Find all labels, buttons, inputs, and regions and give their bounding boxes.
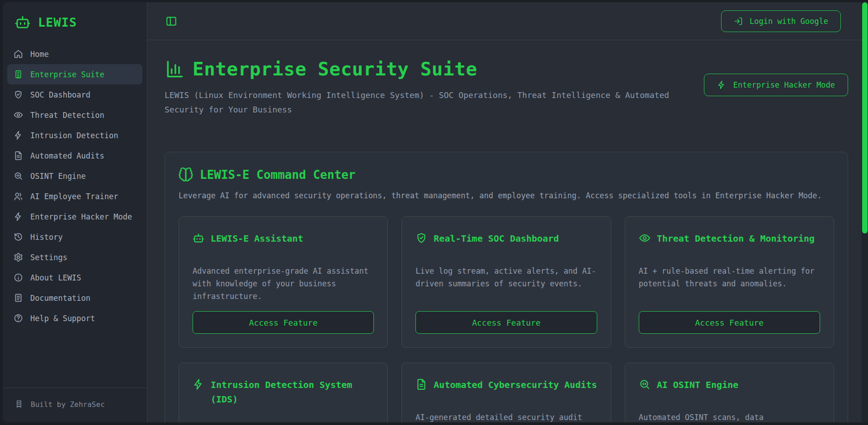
zap-icon bbox=[717, 80, 726, 89]
zap-icon bbox=[14, 131, 23, 140]
sidebar-footer: Built by ZehraSec bbox=[3, 388, 147, 422]
app-window: LEWIS Home Enterprise Suite SOC Dashboar… bbox=[3, 2, 868, 422]
zap-icon bbox=[193, 378, 204, 390]
brain-icon bbox=[179, 168, 193, 182]
page-header: Enterprise Security Suite LEWIS (Linux E… bbox=[165, 58, 848, 117]
feature-description: Live log stream, active alerts, and AI-d… bbox=[415, 265, 597, 290]
sidebar-item-ai-employee-trainer[interactable]: AI Employee Trainer bbox=[3, 186, 147, 206]
sidebar-item-help-support[interactable]: Help & Support bbox=[3, 308, 147, 328]
topbar: Login with Google bbox=[147, 2, 868, 40]
shield-check-icon bbox=[415, 232, 427, 244]
search-code-icon bbox=[639, 378, 651, 390]
sidebar-item-history[interactable]: History bbox=[3, 227, 147, 247]
access-feature-button[interactable]: Access Feature bbox=[193, 311, 374, 334]
content: Enterprise Security Suite LEWIS (Linux E… bbox=[147, 40, 868, 422]
sidebar-item-enterprise-suite[interactable]: Enterprise Suite bbox=[7, 64, 142, 84]
feature-card-automated-audits: Automated Cybersecurity Audits AI-genera… bbox=[401, 363, 611, 422]
file-text-icon bbox=[415, 378, 427, 390]
sidebar-item-soc-dashboard[interactable]: SOC Dashboard bbox=[3, 84, 147, 105]
sidebar-item-documentation[interactable]: Documentation bbox=[3, 288, 147, 308]
bot-icon bbox=[14, 14, 31, 30]
shield-check-icon bbox=[14, 90, 23, 99]
sidebar-item-label: Help & Support bbox=[30, 314, 95, 323]
scrollbar-track[interactable] bbox=[862, 2, 868, 422]
sidebar-item-label: Automated Audits bbox=[30, 151, 104, 160]
sidebar-item-label: Documentation bbox=[30, 294, 90, 303]
feature-description: AI + rule-based real-time alerting for p… bbox=[639, 265, 820, 290]
scrollbar-thumb[interactable] bbox=[862, 2, 868, 234]
feature-description: AI-generated detailed security audit rep… bbox=[415, 411, 597, 422]
feature-card-lewis-e-assistant: LEWIS-E Assistant Advanced enterprise-gr… bbox=[179, 216, 388, 348]
feature-title: Intrusion Detection System (IDS) bbox=[211, 378, 374, 406]
brand-logo: LEWIS bbox=[3, 2, 147, 44]
feature-title: Automated Cybersecurity Audits bbox=[434, 378, 597, 392]
zap-icon bbox=[14, 212, 23, 221]
feature-card-soc-dashboard: Real-Time SOC Dashboard Live log stream,… bbox=[401, 216, 611, 348]
gear-icon bbox=[14, 252, 23, 262]
enterprise-hacker-mode-button[interactable]: Enterprise Hacker Mode bbox=[704, 74, 848, 96]
sidebar-item-label: About LEWIS bbox=[30, 273, 81, 282]
sidebar-item-label: History bbox=[30, 233, 63, 242]
feature-card-ai-osint-engine: AI OSINT Engine Automated OSINT scans, d… bbox=[625, 363, 834, 422]
access-feature-button[interactable]: Access Feature bbox=[415, 311, 597, 334]
feature-description: Advanced enterprise-grade AI assistant w… bbox=[193, 265, 374, 303]
sidebar-item-label: AI Employee Trainer bbox=[30, 192, 118, 201]
sidebar-item-label: SOC Dashboard bbox=[30, 90, 90, 99]
login-button-label: Login with Google bbox=[750, 17, 828, 26]
users-icon bbox=[14, 191, 23, 201]
file-text-icon bbox=[14, 151, 23, 160]
page-title: Enterprise Security Suite bbox=[193, 58, 477, 80]
built-by-label: Built by ZehraSec bbox=[31, 400, 105, 409]
eye-icon bbox=[639, 232, 651, 244]
sidebar-item-intrusion-detection[interactable]: Intrusion Detection bbox=[3, 125, 147, 145]
brand-name: LEWIS bbox=[38, 15, 77, 29]
sidebar-item-label: Enterprise Suite bbox=[30, 70, 104, 79]
help-circle-icon bbox=[14, 313, 23, 323]
bar-chart-icon bbox=[165, 59, 184, 79]
command-center-description: Leverage AI for advanced security operat… bbox=[179, 191, 834, 200]
sidebar-item-automated-audits[interactable]: Automated Audits bbox=[3, 145, 147, 166]
sidebar-item-home[interactable]: Home bbox=[3, 44, 147, 64]
feature-title: AI OSINT Engine bbox=[657, 378, 739, 392]
sidebar-item-label: Settings bbox=[30, 253, 67, 262]
search-code-icon bbox=[14, 171, 23, 181]
feature-card-ids: Intrusion Detection System (IDS) Monitor… bbox=[179, 363, 388, 422]
feature-title: LEWIS-E Assistant bbox=[211, 231, 303, 246]
feature-description: Automated OSINT scans, data aggregation,… bbox=[639, 411, 820, 422]
sidebar-item-osint-engine[interactable]: OSINT Engine bbox=[3, 166, 147, 186]
sidebar-item-label: Home bbox=[30, 50, 49, 59]
zehrasec-badge-icon bbox=[14, 400, 24, 409]
feature-title: Real-Time SOC Dashboard bbox=[434, 231, 559, 246]
bot-icon bbox=[193, 232, 204, 244]
sidebar-item-label: Threat Detection bbox=[30, 111, 104, 120]
building-icon bbox=[14, 70, 23, 79]
info-icon bbox=[14, 273, 23, 282]
eye-icon bbox=[14, 110, 23, 120]
login-icon bbox=[734, 17, 743, 26]
sidebar: LEWIS Home Enterprise Suite SOC Dashboar… bbox=[3, 2, 147, 422]
sidebar-toggle-icon[interactable] bbox=[165, 15, 177, 27]
sidebar-nav: Home Enterprise Suite SOC Dashboard Thre… bbox=[3, 44, 147, 328]
sidebar-item-label: Enterprise Hacker Mode bbox=[30, 212, 132, 221]
home-icon bbox=[14, 49, 23, 59]
sidebar-item-enterprise-hacker-mode[interactable]: Enterprise Hacker Mode bbox=[3, 206, 147, 227]
page-subtitle: LEWIS (Linux Environment Working Intelli… bbox=[165, 88, 684, 117]
sidebar-item-threat-detection[interactable]: Threat Detection bbox=[3, 105, 147, 125]
feature-title: Threat Detection & Monitoring bbox=[657, 231, 815, 246]
sidebar-item-label: OSINT Engine bbox=[30, 172, 86, 181]
hacker-button-label: Enterprise Hacker Mode bbox=[733, 80, 835, 89]
access-feature-button[interactable]: Access Feature bbox=[639, 311, 820, 334]
book-icon bbox=[14, 293, 23, 303]
login-with-google-button[interactable]: Login with Google bbox=[721, 10, 841, 32]
sidebar-item-settings[interactable]: Settings bbox=[3, 247, 147, 267]
feature-grid: LEWIS-E Assistant Advanced enterprise-gr… bbox=[179, 216, 834, 422]
sidebar-item-label: Intrusion Detection bbox=[30, 131, 118, 140]
command-center-card: LEWIS-E Command Center Leverage AI for a… bbox=[165, 152, 848, 422]
command-center-title: LEWIS-E Command Center bbox=[200, 168, 355, 182]
sidebar-item-about-lewis[interactable]: About LEWIS bbox=[3, 267, 147, 288]
main-area: Login with Google Enterprise Security Su… bbox=[147, 2, 868, 422]
feature-card-threat-detection: Threat Detection & Monitoring AI + rule-… bbox=[625, 216, 834, 348]
history-icon bbox=[14, 232, 23, 242]
